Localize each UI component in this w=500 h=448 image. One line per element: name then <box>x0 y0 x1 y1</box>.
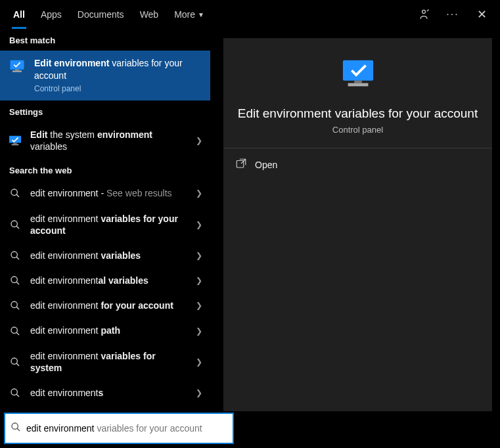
feedback-icon[interactable] <box>411 1 437 28</box>
tab-label: Apps <box>41 9 62 20</box>
svg-point-8 <box>11 221 17 227</box>
svg-point-13 <box>11 358 17 364</box>
preview-title: Edit environment variables for your acco… <box>238 106 478 121</box>
svg-rect-6 <box>12 145 19 146</box>
monitor-icon <box>8 135 22 146</box>
tab-label: All <box>13 9 25 20</box>
settings-item[interactable]: Edit the system environment variables ❯ <box>0 122 210 159</box>
top-tabs: All Apps Documents Web More▼ ··· ✕ <box>0 0 500 29</box>
web-result-label: edit environment variables for system <box>30 350 188 374</box>
open-action[interactable]: Open <box>223 148 492 181</box>
search-icon <box>8 275 22 286</box>
search-icon <box>8 250 22 261</box>
chevron-right-icon: ❯ <box>196 276 202 285</box>
chevron-right-icon: ❯ <box>196 189 202 198</box>
tab-documents[interactable]: Documents <box>70 0 132 29</box>
monitor-check-icon <box>8 57 26 78</box>
web-result-label: edit environmental variables <box>30 275 188 286</box>
tab-label: More <box>174 9 195 20</box>
open-icon <box>235 158 247 172</box>
svg-point-19 <box>12 423 18 429</box>
web-result-item[interactable]: edit environment variables❯ <box>0 243 210 268</box>
preview-subtitle: Control panel <box>332 125 383 135</box>
search-icon <box>8 219 22 230</box>
section-settings: Settings <box>0 101 210 122</box>
chevron-right-icon: ❯ <box>196 301 202 310</box>
close-icon[interactable]: ✕ <box>468 1 495 28</box>
monitor-check-icon <box>338 58 378 95</box>
svg-point-12 <box>11 327 17 333</box>
web-result-item[interactable]: edit environment variables for your acco… <box>0 206 210 243</box>
svg-rect-15 <box>342 60 373 81</box>
svg-point-9 <box>11 252 17 258</box>
svg-rect-3 <box>12 70 22 72</box>
svg-point-11 <box>11 302 17 307</box>
search-icon <box>8 188 22 198</box>
web-result-item[interactable]: edit environment variables for system❯ <box>0 344 210 380</box>
more-options-icon[interactable]: ··· <box>440 1 466 28</box>
svg-point-7 <box>11 189 17 195</box>
tab-apps[interactable]: Apps <box>33 0 70 29</box>
settings-item-label: Edit the system environment variables <box>30 129 188 152</box>
web-result-label: edit environment path <box>30 325 188 336</box>
svg-point-0 <box>422 10 426 13</box>
best-match-subtitle: Control panel <box>34 83 202 94</box>
preview-pane: Edit environment variables for your acco… <box>223 38 492 411</box>
chevron-right-icon: ❯ <box>196 220 202 229</box>
chevron-right-icon: ❯ <box>196 326 202 336</box>
tab-label: Web <box>140 9 159 20</box>
open-label: Open <box>255 160 277 170</box>
svg-rect-16 <box>354 81 362 83</box>
tab-web[interactable]: Web <box>132 0 167 29</box>
web-result-label: edit environments <box>30 387 188 399</box>
results-pane: Best match Edit environment variables fo… <box>0 29 210 411</box>
web-result-label: edit environment for your account <box>30 300 188 311</box>
web-result-label: edit environment - See web results <box>30 187 188 199</box>
svg-rect-17 <box>348 83 368 87</box>
section-best-match: Best match <box>0 29 210 51</box>
web-result-item[interactable]: edit environment path❯ <box>0 318 210 343</box>
web-result-label: edit environment variables <box>30 250 188 261</box>
web-result-label: edit environment variables for your acco… <box>30 213 188 236</box>
web-result-item[interactable]: edit environmental variables❯ <box>0 268 210 293</box>
tab-more[interactable]: More▼ <box>166 0 212 29</box>
chevron-right-icon: ❯ <box>196 357 202 367</box>
web-result-item[interactable]: edit environment - See web results❯ <box>0 181 210 206</box>
chevron-right-icon: ❯ <box>196 251 202 260</box>
search-text: edit environment variables for your acco… <box>26 423 202 434</box>
tab-all[interactable]: All <box>5 0 33 29</box>
svg-rect-4 <box>9 136 21 143</box>
svg-rect-2 <box>15 70 19 71</box>
web-result-item[interactable]: edit environment for your account❯ <box>0 293 210 318</box>
best-match-item[interactable]: Edit environment variables for your acco… <box>0 51 210 101</box>
search-icon <box>8 300 22 311</box>
section-search-web: Search the web <box>0 159 210 181</box>
chevron-down-icon: ▼ <box>198 11 204 18</box>
search-icon <box>8 326 22 336</box>
chevron-right-icon: ❯ <box>196 136 202 145</box>
web-result-item[interactable]: edit environments❯ <box>0 380 210 405</box>
chevron-right-icon: ❯ <box>196 388 202 397</box>
search-icon <box>11 422 21 435</box>
search-icon <box>8 357 22 367</box>
svg-rect-5 <box>13 143 16 145</box>
best-match-title: Edit environment variables for your acco… <box>34 57 202 82</box>
svg-point-10 <box>11 277 17 282</box>
tab-label: Documents <box>78 9 124 20</box>
search-icon <box>8 388 22 398</box>
search-input[interactable]: edit environment variables for your acco… <box>4 413 234 444</box>
svg-point-14 <box>11 389 17 395</box>
